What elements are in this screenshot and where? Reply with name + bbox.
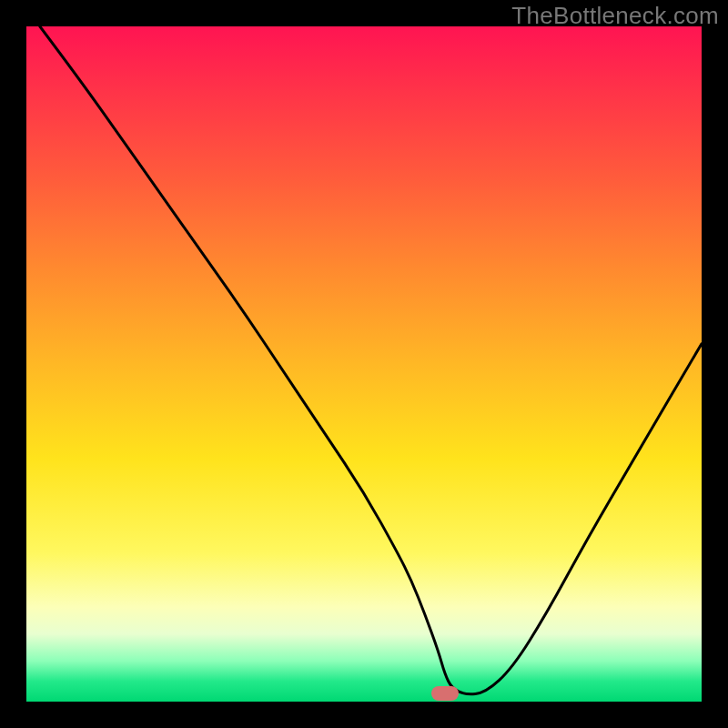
- watermark-text: TheBottleneck.com: [511, 2, 719, 30]
- bottleneck-curve: [40, 26, 702, 694]
- optimal-marker: [431, 686, 459, 701]
- chart-frame: TheBottleneck.com: [0, 0, 728, 728]
- curve-svg: [26, 26, 702, 702]
- plot-area: [26, 26, 702, 702]
